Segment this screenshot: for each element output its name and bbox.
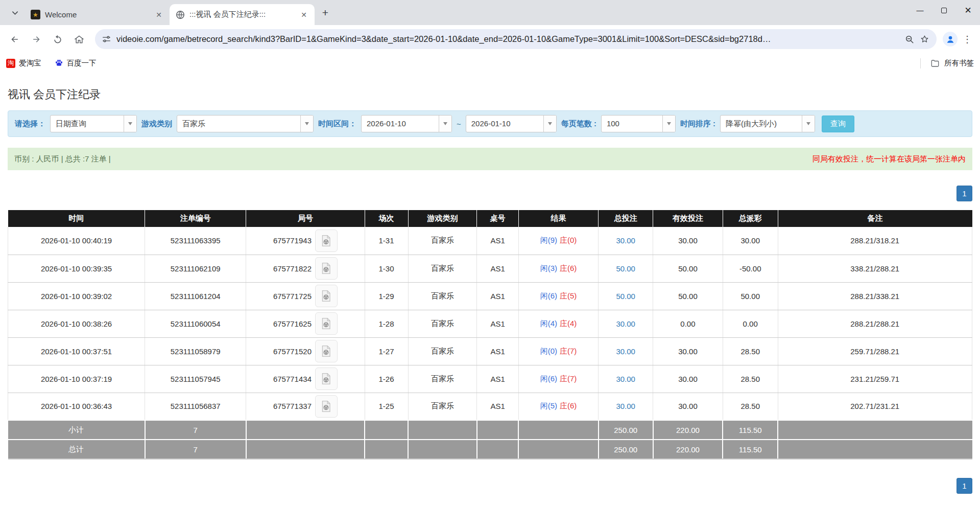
bookmark-star-icon[interactable]: [920, 34, 929, 44]
cell-note: 231.21/259.71: [778, 365, 972, 393]
total-bet-link[interactable]: 30.00: [616, 319, 635, 328]
date-end-dropdown[interactable]: 2026-01-10: [466, 115, 557, 132]
date-start-dropdown[interactable]: 2026-01-10: [361, 115, 452, 132]
summary-cell-7: 250.00: [599, 440, 653, 459]
url-bar[interactable]: videoie.com/game/betrecord_search/kind3?…: [95, 29, 937, 49]
game-kind-dropdown[interactable]: 百家乐: [177, 115, 314, 132]
forward-icon[interactable]: [27, 30, 46, 49]
chevron-down-icon[interactable]: [300, 116, 313, 132]
summary-cell-9: 115.50: [723, 440, 778, 459]
chevron-down-icon[interactable]: [802, 116, 815, 132]
summary-cell-5: [477, 440, 518, 459]
minimize-icon[interactable]: —: [908, 0, 932, 20]
summary-cell-3: [365, 440, 408, 459]
cell-valid-bet: 30.00: [653, 227, 723, 255]
result-banker: 庄(6): [560, 401, 577, 410]
cell-bet-id: 523111060054: [145, 310, 246, 337]
column-header-9: 总派彩: [723, 210, 778, 227]
cell-game-kind: 百家乐: [408, 255, 477, 282]
summary-row: 总计7250.00220.00115.50: [8, 440, 972, 459]
cell-round: 675771520: [246, 337, 365, 365]
cell-game-kind: 百家乐: [408, 282, 477, 310]
cell-note: 288.21/338.21: [778, 282, 972, 310]
browser-menu-kebab-icon[interactable]: ⋮: [960, 30, 975, 49]
cell-note: 288.21/318.21: [778, 227, 972, 255]
home-icon[interactable]: [69, 30, 89, 49]
summary-cell-5: [477, 420, 518, 440]
tab-betrecord[interactable]: :::视讯 会员下注纪录::: ✕: [170, 4, 315, 25]
video-replay-button[interactable]: [315, 257, 338, 280]
profile-avatar[interactable]: [943, 32, 958, 47]
cell-bet-id: 523111058979: [145, 337, 246, 365]
summary-cell-2: [246, 420, 365, 440]
total-bet-link[interactable]: 50.00: [616, 292, 635, 301]
chevron-down-icon[interactable]: [124, 116, 136, 132]
cell-session: 1-28: [365, 310, 408, 337]
query-type-dropdown[interactable]: 日期查询: [50, 115, 137, 132]
zoom-magnifier-icon[interactable]: [905, 35, 914, 44]
summary-label: 总计: [8, 440, 145, 459]
time-sort-dropdown[interactable]: 降幂(由大到小): [720, 115, 815, 132]
total-bet-link[interactable]: 30.00: [616, 236, 635, 245]
chevron-down-icon[interactable]: [662, 116, 675, 132]
chevron-down-icon[interactable]: [439, 116, 451, 132]
cell-note: 202.71/231.21: [778, 393, 972, 420]
chevron-down-icon[interactable]: [543, 116, 556, 132]
total-bet-link[interactable]: 30.00: [616, 375, 635, 383]
round-number: 675771434: [273, 375, 312, 383]
page-1-button[interactable]: 1: [957, 478, 972, 494]
round-number: 675771725: [273, 292, 312, 301]
cell-game-kind: 百家乐: [408, 227, 477, 255]
cell-result: 闲(6)庄(5): [518, 282, 599, 310]
cell-total-bet: 30.00: [599, 393, 653, 420]
cell-bet-id: 523111056837: [145, 393, 246, 420]
cell-total-bet: 30.00: [599, 365, 653, 393]
taobao-icon: 淘: [6, 59, 15, 68]
close-window-icon[interactable]: ✕: [956, 0, 980, 20]
page-1-button[interactable]: 1: [957, 186, 972, 201]
date-range-tilde: ~: [457, 120, 461, 128]
summary-cell-10: [778, 440, 972, 459]
cell-table-number: AS1: [477, 255, 518, 282]
bookmark-baidu[interactable]: 百度一下: [55, 58, 97, 68]
tab-search-chevron-icon[interactable]: [7, 5, 22, 20]
summary-cell-8: 220.00: [653, 440, 723, 459]
total-bet-link[interactable]: 50.00: [616, 264, 635, 273]
close-tab-icon[interactable]: ✕: [154, 10, 163, 19]
cell-total-bet: 30.00: [599, 310, 653, 337]
cell-payout: 50.00: [723, 282, 778, 310]
result-player: 闲(5): [540, 401, 557, 410]
video-replay-button[interactable]: [315, 285, 338, 307]
total-bet-link[interactable]: 30.00: [616, 402, 635, 410]
search-button[interactable]: 查询: [822, 116, 854, 132]
video-replay-button[interactable]: [315, 395, 338, 418]
result-player: 闲(0): [540, 347, 557, 355]
cell-session: 1-25: [365, 393, 408, 420]
reload-icon[interactable]: [48, 30, 67, 49]
cell-round: 675771822: [246, 255, 365, 282]
video-replay-button[interactable]: [315, 229, 338, 252]
video-replay-button[interactable]: [315, 368, 338, 390]
summary-row: 小计7250.00220.00115.50: [8, 420, 972, 440]
cell-table-number: AS1: [477, 365, 518, 393]
tab-title: :::视讯 会员下注纪录:::: [189, 10, 295, 19]
bookmark-aitaobao[interactable]: 淘 爱淘宝: [6, 58, 41, 68]
maximize-icon[interactable]: [932, 0, 956, 20]
cell-round: 675771625: [246, 310, 365, 337]
tab-welcome[interactable]: ★ Welcome ✕: [25, 4, 170, 25]
close-tab-icon[interactable]: ✕: [299, 10, 308, 19]
total-bet-link[interactable]: 30.00: [616, 347, 635, 356]
video-replay-button[interactable]: [315, 312, 338, 335]
url-text[interactable]: videoie.com/game/betrecord_search/kind3?…: [116, 34, 899, 44]
cell-time: 2026-01-10 00:37:51: [8, 337, 145, 365]
new-tab-button[interactable]: +: [318, 5, 333, 20]
summary-cell-6: [518, 440, 599, 459]
site-info-tune-icon[interactable]: [102, 35, 111, 43]
cell-total-bet: 50.00: [599, 255, 653, 282]
cell-table-number: AS1: [477, 310, 518, 337]
video-replay-button[interactable]: [315, 340, 338, 362]
all-bookmarks-button[interactable]: 所有书签: [944, 58, 974, 68]
back-icon[interactable]: [5, 30, 25, 49]
page-size-dropdown[interactable]: 100: [601, 115, 676, 132]
cell-round: 675771434: [246, 365, 365, 393]
